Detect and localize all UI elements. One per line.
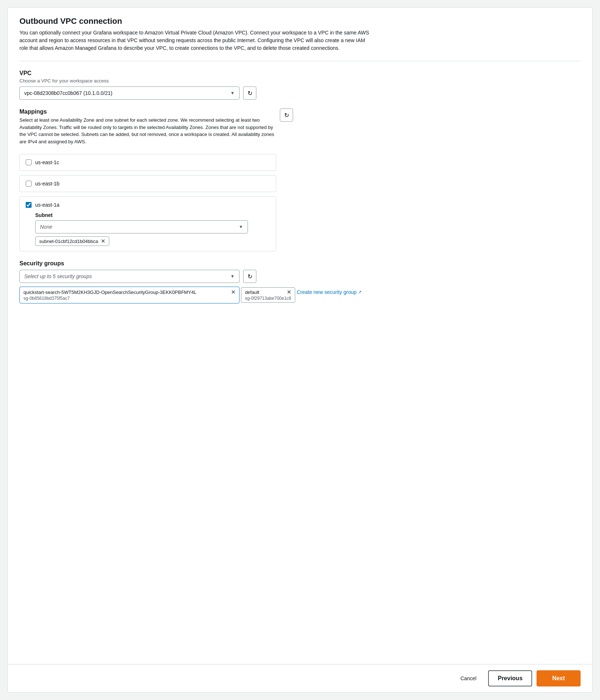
security-groups-section: Security groups Select up to 5 security … <box>19 260 581 306</box>
footer: Cancel Previous Next <box>8 664 592 692</box>
az-header-us-east-1c: us-east-1c <box>26 159 270 165</box>
mappings-header: Mappings Select at least one Availabilit… <box>19 108 581 150</box>
security-tag-default-header: default ✕ <box>245 289 291 295</box>
mappings-label: Mappings <box>19 108 276 115</box>
availability-zone-list: us-east-1c us-east-1b us-east-1a <box>19 154 276 251</box>
security-groups-select-row: Select up to 5 security groups ▼ ↻ <box>19 270 581 283</box>
subnet-tag-us-east-1a: subnet-01cbf12cd1b04bbca ✕ <box>35 236 109 246</box>
subnet-placeholder: None <box>40 224 52 230</box>
az-item-us-east-1a: us-east-1a Subnet None ▼ subnet-01cbf12c… <box>19 196 276 251</box>
az-label-us-east-1a: us-east-1a <box>35 202 59 208</box>
vpc-select-row: vpc-08d2308b07cc0b067 (10.1.0.0/21) ▼ ↻ <box>19 86 581 100</box>
vpc-dropdown[interactable]: vpc-08d2308b07cc0b067 (10.1.0.0/21) ▼ <box>19 86 239 100</box>
divider-1 <box>19 61 581 61</box>
az-checkbox-us-east-1b[interactable] <box>26 181 32 187</box>
create-security-group-link[interactable]: Create new security group ↗ <box>297 289 362 295</box>
security-tag-opensearch: quickstart-search-5WT5M2KH3GJD-OpenSearc… <box>19 287 239 303</box>
az-header-us-east-1b: us-east-1b <box>26 181 270 187</box>
mappings-refresh-button[interactable]: ↻ <box>280 108 293 122</box>
security-groups-refresh-icon: ↻ <box>248 273 252 280</box>
subnet-dropdown-us-east-1a[interactable]: None ▼ <box>35 220 248 233</box>
az-label-us-east-1c: us-east-1c <box>35 159 59 165</box>
security-tag-default-close[interactable]: ✕ <box>287 289 291 295</box>
vpc-refresh-button[interactable]: ↻ <box>243 86 256 100</box>
vpc-section: VPC Choose a VPC for your workspace acce… <box>19 70 581 100</box>
security-tag-default: default ✕ sg-0f29713abe700e1c8 <box>241 287 295 303</box>
mappings-section: Mappings Select at least one Availabilit… <box>19 108 581 251</box>
security-groups-dropdown-arrow: ▼ <box>230 274 235 279</box>
security-tag-opensearch-header: quickstart-search-5WT5M2KH3GJD-OpenSearc… <box>23 289 235 295</box>
vpc-label: VPC <box>19 70 581 77</box>
mappings-description: Select at least one Availability Zone an… <box>19 117 276 145</box>
az-checkbox-us-east-1a[interactable] <box>26 202 32 208</box>
security-groups-label: Security groups <box>19 260 581 267</box>
mappings-header-text: Mappings Select at least one Availabilit… <box>19 108 276 150</box>
subnet-section-us-east-1a: Subnet None ▼ subnet-01cbf12cd1b04bbca ✕ <box>26 212 270 246</box>
az-item-us-east-1c: us-east-1c <box>19 154 276 171</box>
mappings-refresh-icon: ↻ <box>284 112 289 119</box>
subnet-label-us-east-1a: Subnet <box>35 212 270 218</box>
security-tag-opensearch-close[interactable]: ✕ <box>231 289 235 295</box>
security-groups-placeholder: Select up to 5 security groups <box>24 273 92 279</box>
az-item-us-east-1b: us-east-1b <box>19 175 276 192</box>
security-groups-refresh-button[interactable]: ↻ <box>243 270 256 283</box>
subnet-dropdown-arrow: ▼ <box>239 224 243 229</box>
external-link-icon: ↗ <box>358 290 362 295</box>
security-tag-opensearch-id: sg-0b85618bd375f5ac7 <box>23 296 235 301</box>
page-description: You can optionally connect your Grafana … <box>19 29 372 52</box>
page-title: Outbound VPC connection <box>19 16 581 26</box>
vpc-refresh-icon: ↻ <box>248 90 252 97</box>
az-checkbox-us-east-1c[interactable] <box>26 159 32 165</box>
vpc-selected-value: vpc-08d2308b07cc0b067 (10.1.0.0/21) <box>24 90 113 96</box>
az-header-us-east-1a: us-east-1a <box>26 202 270 208</box>
page-header: Outbound VPC connection You can optional… <box>19 16 581 52</box>
subnet-tag-close[interactable]: ✕ <box>101 238 105 244</box>
previous-button[interactable]: Previous <box>488 670 532 686</box>
next-button[interactable]: Next <box>537 670 581 686</box>
subnet-tag-value: subnet-01cbf12cd1b04bbca <box>39 239 98 244</box>
az-label-us-east-1b: us-east-1b <box>35 181 59 187</box>
create-security-group-label: Create new security group <box>297 289 356 295</box>
vpc-hint: Choose a VPC for your workspace access <box>19 78 581 84</box>
cancel-button[interactable]: Cancel <box>453 670 484 686</box>
security-tag-opensearch-name: quickstart-search-5WT5M2KH3GJD-OpenSearc… <box>23 290 197 295</box>
vpc-dropdown-arrow: ▼ <box>230 91 235 96</box>
main-content: Outbound VPC connection You can optional… <box>8 8 592 664</box>
security-tag-default-name: default <box>245 290 259 295</box>
security-tag-default-id: sg-0f29713abe700e1c8 <box>245 296 291 301</box>
page-wrapper: Outbound VPC connection You can optional… <box>7 7 593 693</box>
security-groups-dropdown[interactable]: Select up to 5 security groups ▼ <box>19 270 239 283</box>
